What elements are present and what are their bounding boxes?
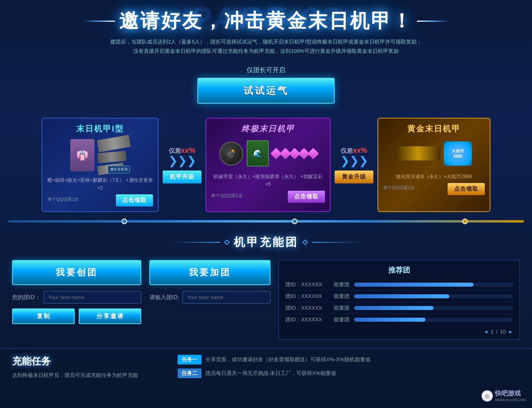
mech1-images: 👘 属性变更券 <box>47 137 153 173</box>
mech3-title: 黄金末日机甲 <box>383 123 485 134</box>
mech2-grenade: 💣 <box>219 142 243 166</box>
mech1-badge: 属性变更券 <box>108 166 130 173</box>
mech1-char: 👘 <box>70 139 94 171</box>
mech3-claim-button[interactable]: 点击领取 <box>448 183 485 195</box>
try-luck-label: 仅团长可开启 <box>0 66 532 75</box>
watermark-brand: 快吧游戏 <box>495 389 526 398</box>
rec-bar-bg <box>354 283 513 287</box>
recommend-row: 团ID：XXXXXX 能量团 <box>285 302 513 314</box>
rec-bar-fill <box>354 283 473 287</box>
recommend-rows-container: 团ID：XXXXXX 能量团 团ID：XXXXXX 能量团 团ID：XXXXXX… <box>285 279 513 325</box>
mech2-footer: 单个QQ仅限1次 点击领取 <box>211 191 325 203</box>
mech2-images: 💣 🌊 <box>211 137 325 170</box>
arrow-connector-2: 仅差xx% ❯❯❯ 黄金升级 <box>331 118 377 212</box>
chevron-right-icon-1: ❯❯❯ <box>168 156 196 165</box>
rec-id: 团ID：XXXXXX <box>285 293 330 300</box>
task-row: 任务二 团员每日通关一局无尽挑战-末日工厂，可获得X%能量值 <box>178 368 520 378</box>
team-section-title: 机甲充能团 <box>234 235 298 250</box>
mech2-desc: 机械手雷（永久）+激浪烟雾弹（永久） +觉醒宝石×5 <box>211 173 325 188</box>
mech-cards-row: 末日机甲I型 👘 属性变更券 樱+炼狱+极光+雷神+麒麟刺（7天） +属性变更券… <box>0 114 532 220</box>
progress-dot-1 <box>121 219 127 224</box>
page-total: 10 <box>500 329 506 335</box>
upgrade-button-1[interactable]: 机甲升级 <box>163 171 201 183</box>
team-join-id-row: 请输入团ID: <box>149 291 270 304</box>
mech1-limit: 单个QQ仅限1次 <box>47 196 79 202</box>
mech1-weapon1 <box>97 135 131 152</box>
try-luck-button[interactable]: 试试运气 <box>197 78 335 104</box>
rec-bar-bg <box>354 318 513 322</box>
watermark-url: WWW.KUAI8.COM <box>495 398 526 402</box>
team-join-input[interactable] <box>182 291 270 304</box>
rec-name: 能量团 <box>334 316 350 323</box>
create-team-box: 我要创团 您的团ID： 复制 分享邀请 <box>12 260 141 324</box>
progress-dot-2 <box>292 219 297 224</box>
rec-bar-fill <box>354 294 449 298</box>
mech2-claim-button[interactable]: 点击领取 <box>288 191 325 203</box>
rec-id: 团ID：XXXXXX <box>285 304 330 312</box>
arrow-connector-1: 仅差xx% ❯❯❯ 机甲升级 <box>159 118 205 212</box>
task-badge: 任务二 <box>178 368 201 378</box>
mech2-title: 终极末日机甲 <box>211 123 325 134</box>
try-luck-section: 仅团长可开启 试试运气 <box>0 66 532 104</box>
mech3-gun <box>396 146 440 160</box>
page-next-button[interactable]: ► <box>508 329 513 335</box>
main-title: 邀请好友，冲击黄金末日机甲！ <box>119 8 413 34</box>
divider-diamond-left <box>224 239 230 245</box>
team-join-label: 请输入团ID: <box>149 294 179 301</box>
team-id-input[interactable] <box>44 291 141 304</box>
team-section: 我要创团 您的团ID： 复制 分享邀请 我要加团 请输入团ID: 推荐团 团ID… <box>0 256 532 348</box>
task-row: 任务一 分享页面，成功邀请好友（好友需领取赠送）可获得X%-X%随机能量值 <box>178 355 520 364</box>
upgrade-button-2[interactable]: 黄金升级 <box>335 171 373 183</box>
copy-button[interactable]: 复制 <box>12 308 75 324</box>
mech-card-3: 黄金末日机甲 火线币 2888 激光毁灭者III（永久）+火线币2888 单个Q… <box>377 118 490 212</box>
team-id-row: 您的团ID： <box>12 291 141 304</box>
join-team-button[interactable]: 我要加团 <box>149 260 270 285</box>
title-deco-left <box>83 21 115 22</box>
watermark: ◎ 快吧游戏 WWW.KUAI8.COM <box>482 389 526 402</box>
charge-task-left: 充能任务 达到终极末日机甲后，团员可完成充能任务为机甲充能 <box>12 355 165 380</box>
watermark-logo-icon: ◎ <box>482 390 493 402</box>
chevron-right-icon-2: ❯❯❯ <box>340 156 368 165</box>
create-team-button[interactable]: 我要创团 <box>12 260 141 285</box>
task-desc: 团员每日通关一局无尽挑战-末日工厂，可获得X%能量值 <box>205 369 336 378</box>
rec-bar-fill <box>354 306 434 310</box>
diff-text-1: 仅差xx% <box>169 146 195 155</box>
charge-task-right: 任务一 分享页面，成功邀请好友（好友需领取赠送）可获得X%-X%随机能量值 任务… <box>178 355 520 378</box>
progress-line <box>8 220 524 223</box>
mech-card-1: 末日机甲I型 👘 属性变更券 樱+炼狱+极光+雷神+麒麟刺（7天） +属性变更券… <box>42 118 159 212</box>
mech1-claim-button[interactable]: 点击领取 <box>116 194 153 206</box>
divider-line-right <box>312 242 360 243</box>
subtitle: 建团后，当团队成员达到2人（最多5人），团长可选择试试运气，随机开启末日机甲I型… <box>0 37 532 56</box>
rec-name: 能量团 <box>334 293 350 300</box>
team-section-divider: 机甲充能团 <box>0 235 532 250</box>
recommend-pagination: ◄ 1 / 10 ► <box>285 329 513 335</box>
charge-task-desc: 达到终极末日机甲后，团员可完成充能任务为机甲充能 <box>12 371 165 380</box>
page-separator: / <box>496 329 498 335</box>
charge-task-title: 充能任务 <box>12 355 165 368</box>
mech1-desc: 樱+炼狱+极光+雷神+麒麟刺（7天） +属性变更券×2 <box>47 177 153 192</box>
page-prev-button[interactable]: ◄ <box>484 329 488 335</box>
team-id-label: 您的团ID： <box>12 294 40 301</box>
rec-name: 能量团 <box>334 304 350 312</box>
join-team-box: 我要加团 请输入团ID: <box>149 260 270 304</box>
rec-name: 能量团 <box>334 281 350 288</box>
divider-line-left <box>172 242 220 243</box>
diff-text-2: 仅差xx% <box>341 146 367 155</box>
mech-card-2: 终极末日机甲 💣 🌊 机械手雷（永久）+激浪烟雾弹（永久） +觉醒宝石×5 单个… <box>205 118 331 212</box>
rec-id: 团ID：XXXXXX <box>285 281 330 288</box>
header-section: PART 03 邀请好友，冲击黄金末日机甲！ 建团后，当团队成员达到2人（最多5… <box>0 0 532 60</box>
recommend-row: 团ID：XXXXXX 能量团 <box>285 279 513 291</box>
mech3-coin: 火线币 2888 <box>444 142 472 166</box>
mech3-footer: 单个QQ仅限1次 点击领取 <box>383 183 485 195</box>
rec-bar-fill <box>354 318 425 322</box>
mech3-images: 火线币 2888 <box>383 137 485 170</box>
share-button[interactable]: 分享邀请 <box>79 308 141 324</box>
task-badge: 任务一 <box>178 355 201 364</box>
rec-bar-bg <box>354 294 513 298</box>
recommend-title: 推荐团 <box>285 265 513 275</box>
mech2-smoke: 🌊 <box>247 140 269 167</box>
progress-dot-3 <box>462 219 468 224</box>
bottom-section: 充能任务 达到终极末日机甲后，团员可完成充能任务为机甲充能 任务一 分享页面，成… <box>0 348 532 388</box>
mech2-crystals <box>272 150 317 158</box>
mech2-limit: 单个QQ仅限1次 <box>211 193 243 199</box>
